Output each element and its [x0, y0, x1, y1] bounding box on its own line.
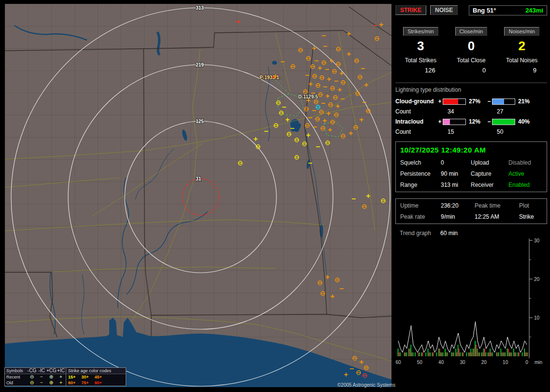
strikes-per-min-value: 3	[395, 39, 446, 53]
map-area[interactable]: 31321912531P-1933 1-D-1129-5 Symbols -CG…	[5, 4, 391, 387]
total-strikes-label: Total Strikes	[395, 57, 446, 64]
range-value: 313 mi	[441, 182, 471, 188]
datetime-display: 10/27/2025 12:49:20 AM	[400, 146, 542, 154]
trend-graph-header: Trend graph 60 min	[400, 230, 547, 237]
range-label: Range	[400, 182, 441, 188]
plot-label: Plot	[519, 202, 542, 209]
total-noises-value: 9	[496, 67, 547, 74]
legend-col-nic: -IC	[37, 368, 46, 374]
age-code: 15+	[68, 374, 75, 380]
side-panel: STRIKE NOISE Bng 51° 243mi Strikes/min 3…	[395, 5, 547, 388]
svg-text:313: 313	[196, 5, 204, 11]
svg-text:40: 40	[438, 360, 444, 365]
upload-value: Disabled	[508, 159, 542, 166]
svg-text:10: 10	[503, 360, 508, 365]
legend-symbols-title: Symbols	[5, 368, 27, 374]
cg-plus-count: 34	[443, 108, 466, 115]
svg-text:125: 125	[196, 119, 204, 124]
bearing-value: Bng 51°	[473, 7, 496, 14]
legend-col-pic: +IC	[56, 368, 66, 374]
cg-minus-pct: 21%	[515, 98, 536, 105]
legend-recent-label: Recent	[5, 374, 27, 380]
cg-plus-pct: 27%	[466, 98, 486, 105]
legend-old-label: Old	[5, 380, 27, 386]
uptime-label: Uptime	[400, 202, 441, 209]
neg-cg-icon: ⊖	[27, 374, 37, 380]
svg-text:P-1933 1-: P-1933 1-	[260, 75, 281, 80]
cg-minus-bar	[492, 98, 515, 105]
receiver-label: Receiver	[471, 182, 508, 188]
peak-time-label: Peak time	[475, 202, 519, 209]
svg-text:10: 10	[534, 315, 540, 321]
close-per-min-button[interactable]: Close/min	[455, 27, 488, 36]
svg-text:min: min	[535, 360, 542, 365]
trend-graph: 1020306050403020100min	[395, 238, 547, 369]
ic-minus-pct: 40%	[515, 118, 536, 125]
svg-text:60: 60	[395, 360, 401, 365]
plot-value: Strike	[519, 213, 542, 220]
cloud-ground-label: Cloud-ground	[395, 98, 437, 105]
ic-minus-count: 50	[492, 128, 515, 135]
symbols-legend: Symbols -CG -IC +CG +IC Strike age color…	[4, 367, 126, 386]
svg-text:20: 20	[481, 360, 487, 365]
receiver-value: Enabled	[508, 182, 542, 188]
minus-sign: −	[486, 98, 492, 105]
legend-col-ncg: -CG	[27, 368, 37, 374]
capture-label: Capture	[471, 170, 508, 177]
svg-text:30: 30	[460, 360, 465, 365]
legend-ages-title: Strike age color codes	[66, 368, 124, 374]
pos-cg-icon: ⊕	[46, 374, 56, 380]
age-code: 60+	[68, 380, 75, 386]
total-strikes-value: 126	[395, 67, 446, 74]
total-noises-label: Total Noises	[496, 57, 547, 64]
distribution-title: Lightning type distribution	[395, 86, 547, 93]
plus-sign: +	[437, 98, 443, 105]
svg-text:31: 31	[196, 176, 202, 182]
plus-sign: +	[437, 118, 443, 125]
recent-age-codes: 15+30+45+	[66, 374, 124, 380]
close-per-min-value: 0	[446, 39, 497, 53]
ic-plus-bar	[443, 119, 466, 125]
trend-graph-window: 60 min	[440, 230, 547, 237]
svg-text:50: 50	[417, 360, 423, 365]
strike-button[interactable]: STRIKE	[395, 5, 426, 15]
svg-text:20: 20	[534, 277, 540, 282]
legend-col-pcg: +CG	[46, 368, 56, 374]
cg-plus-bar	[443, 98, 466, 105]
pos-cg-icon: ⊕	[46, 380, 56, 386]
peak-rate-value: 9/min	[441, 213, 475, 220]
capture-value: Active	[508, 170, 542, 177]
bearing-display: Bng 51° 243mi	[469, 5, 547, 15]
bearing-range-value: 243mi	[525, 7, 543, 14]
noises-per-min-button[interactable]: Noises/min	[504, 27, 539, 36]
minus-sign: −	[486, 118, 492, 125]
total-close-value: 0	[446, 67, 497, 74]
noises-per-min-value: 2	[496, 39, 547, 53]
lightning-type-distribution: Lightning type distribution Cloud-ground…	[395, 83, 547, 135]
radar-map[interactable]: 31321912531P-1933 1-D-1129-5	[5, 4, 391, 387]
squelch-value: 0	[441, 159, 471, 166]
age-code: 30+	[81, 374, 88, 380]
svg-text:219: 219	[196, 62, 204, 68]
rate-stats: Strikes/min 3 Total Strikes 126 Close/mi…	[395, 27, 547, 74]
intracloud-label: Intracloud	[395, 118, 437, 125]
age-code: 90+	[95, 380, 102, 386]
uptime-value: 236:20	[441, 202, 475, 209]
total-close-label: Total Close	[446, 57, 497, 64]
svg-text:0: 0	[525, 360, 528, 365]
neg-ic-icon: −	[37, 380, 46, 386]
cg-minus-count: 27	[492, 108, 515, 115]
noise-button[interactable]: NOISE	[430, 5, 458, 15]
mode-toolbar: STRIKE NOISE Bng 51° 243mi	[395, 5, 547, 15]
squelch-label: Squelch	[400, 159, 441, 166]
session-box: Uptime 236:20 Peak time Plot Peak rate 9…	[395, 198, 547, 224]
persistence-value: 90 min	[441, 170, 471, 177]
upload-label: Upload	[471, 159, 508, 166]
strikes-column: Strikes/min 3 Total Strikes 126	[395, 27, 446, 74]
strikes-per-min-button[interactable]: Strikes/min	[403, 27, 438, 36]
noises-column: Noises/min 2 Total Noises 9	[496, 27, 547, 74]
count-label: Count	[395, 108, 437, 115]
status-box: 10/27/2025 12:49:20 AM Squelch 0 Upload …	[395, 141, 547, 192]
age-code: 75+	[81, 380, 88, 386]
copyright-text: ©2005 Astrogenic Systems	[337, 382, 395, 388]
